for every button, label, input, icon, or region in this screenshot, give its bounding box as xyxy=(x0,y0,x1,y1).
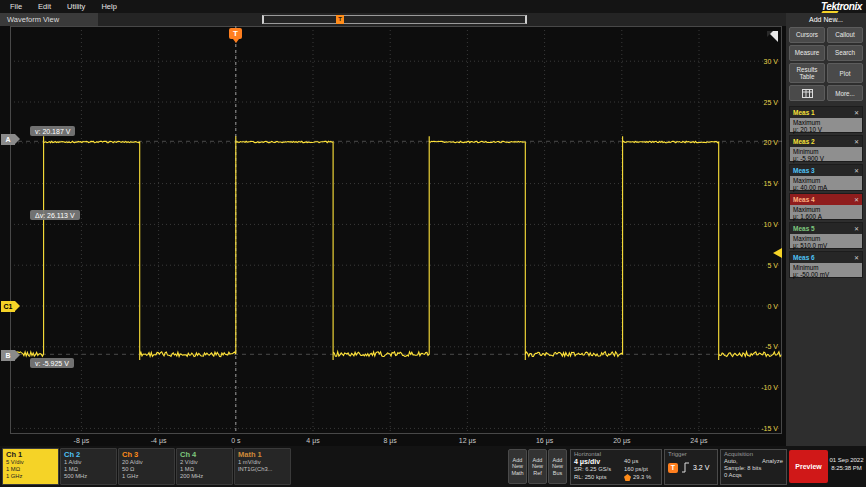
horizontal-title: Horizontal xyxy=(574,451,658,458)
meas-3-label: Meas 3 xyxy=(793,167,815,174)
trigger-position-value: 29.3 % xyxy=(624,474,658,482)
channel-4-scale: 2 V/div xyxy=(180,459,229,466)
meas-2-header: Meas 2 ✕ xyxy=(790,136,862,147)
acquisition-count: 0 Acqs xyxy=(724,472,742,479)
close-icon[interactable]: ✕ xyxy=(854,254,859,261)
acquisition-sample: Sample: 8 bits xyxy=(724,465,761,472)
acquisition-settings-panel[interactable]: Acquisition Auto, Analyze Sample: 8 bits… xyxy=(720,449,787,485)
results-table-button[interactable]: Results Table xyxy=(789,63,825,83)
meas-6-header: Meas 6 ✕ xyxy=(790,252,862,263)
meas-4-stat: Maximum xyxy=(793,206,859,213)
draw-zoom-box-icon[interactable] xyxy=(765,29,779,47)
table-icon xyxy=(802,89,813,98)
meas-6-label: Meas 6 xyxy=(793,254,815,261)
menu-edit[interactable]: Edit xyxy=(38,2,51,11)
add-new-bus-button[interactable]: Add New Bus xyxy=(548,449,567,484)
math-label: Math xyxy=(509,470,526,476)
meas-3-value: μ: 40.00 mA xyxy=(793,184,859,191)
meas-1-badge[interactable]: Meas 1 ✕ Maximum μ: 20.10 V xyxy=(789,106,863,133)
cursor-b-handle[interactable]: B xyxy=(1,350,15,361)
channel-4-name: Ch 4 xyxy=(180,450,229,459)
channel-4-impedance: 1 MΩ xyxy=(180,466,229,473)
graticule-and-trace[interactable]: -8 μs-4 μs0 s4 μs8 μs12 μs16 μs20 μs24 μ… xyxy=(10,26,782,446)
close-icon[interactable]: ✕ xyxy=(854,167,859,174)
menu-file[interactable]: File xyxy=(10,2,22,11)
sidebar-button-grid: Cursors Callout Measure Search Results T… xyxy=(789,27,863,101)
meas-4-header: Meas 4 ✕ xyxy=(790,194,862,205)
channel-3-scale: 20 A/div xyxy=(122,459,171,466)
horizontal-scale: 4 μs/div xyxy=(574,458,624,466)
channel-1-badge[interactable]: Ch 1 5 V/div 1 MΩ 1 GHz xyxy=(2,448,59,485)
trigger-level-arrow[interactable] xyxy=(773,248,782,258)
trigger-settings-panel[interactable]: Trigger T 3.2 V xyxy=(664,449,718,485)
tab-waveform-view[interactable]: Waveform View xyxy=(0,13,98,26)
svg-text:-4 μs: -4 μs xyxy=(151,437,167,445)
close-icon[interactable]: ✕ xyxy=(854,225,859,232)
svg-text:5 V: 5 V xyxy=(767,262,778,269)
preview-button[interactable]: Preview xyxy=(789,450,828,483)
svg-text:20 μs: 20 μs xyxy=(613,437,631,445)
bottom-bar: Ch 1 5 V/div 1 MΩ 1 GHz Ch 2 1 A/div 1 M… xyxy=(0,446,866,487)
more-button[interactable]: More... xyxy=(827,85,863,101)
channel-2-impedance: 1 MΩ xyxy=(64,466,113,473)
math-1-badge[interactable]: Math 1 1 mV/div INT1G(Ch3... xyxy=(234,448,291,485)
channel-1-bandwidth: 1 GHz xyxy=(6,473,55,480)
channel-3-bandwidth: 1 GHz xyxy=(122,473,171,480)
cursor-a-handle[interactable]: A xyxy=(1,134,15,145)
close-icon[interactable]: ✕ xyxy=(854,109,859,116)
svg-text:-15 V: -15 V xyxy=(761,425,778,432)
meas-6-stat: Minimum xyxy=(793,264,859,271)
trigger-values: T 3.2 V xyxy=(668,462,714,473)
channel-1-scale: 5 V/div xyxy=(6,459,55,466)
meas-6-body: Minimum μ: -50.00 mV xyxy=(790,263,862,277)
measurement-badges: Meas 1 ✕ Maximum μ: 20.10 V Meas 2 ✕ Min… xyxy=(789,106,863,278)
svg-text:8 μs: 8 μs xyxy=(384,437,398,445)
meas-3-badge[interactable]: Meas 3 ✕ Maximum μ: 40.00 mA xyxy=(789,164,863,191)
add-new-ref-button[interactable]: Add New Ref xyxy=(528,449,547,484)
channel-2-scale: 1 A/div xyxy=(64,459,113,466)
meas-5-badge[interactable]: Meas 5 ✕ Maximum μ: 510.0 mV xyxy=(789,222,863,249)
callout-button[interactable]: Callout xyxy=(827,27,863,43)
cursors-button[interactable]: Cursors xyxy=(789,27,825,43)
acquisition-analyze: Analyze xyxy=(762,458,783,465)
meas-2-stat: Minimum xyxy=(793,148,859,155)
horizontal-overview-bar[interactable]: T xyxy=(262,15,527,24)
horizontal-settings-panel[interactable]: Horizontal 4 μs/div 40 μs SR: 6.25 GS/s … xyxy=(570,449,662,485)
svg-text:20 V: 20 V xyxy=(764,139,779,146)
close-icon[interactable]: ✕ xyxy=(854,196,859,203)
add-new-menu[interactable]: Add New... xyxy=(789,16,863,23)
waveform-display[interactable]: -8 μs-4 μs0 s4 μs8 μs12 μs16 μs20 μs24 μ… xyxy=(0,26,786,446)
meas-2-badge[interactable]: Meas 2 ✕ Minimum μ: -5.900 V xyxy=(789,135,863,162)
tektronix-logo: Tektronix xyxy=(821,0,862,13)
meas-1-header: Meas 1 ✕ xyxy=(790,107,862,118)
measure-button[interactable]: Measure xyxy=(789,45,825,61)
horizontal-window: 40 μs xyxy=(624,458,658,466)
trigger-position-marker[interactable]: T xyxy=(229,28,242,39)
channel-1-impedance: 1 MΩ xyxy=(6,466,55,473)
record-length: RL: 250 kpts xyxy=(574,474,624,482)
meas-4-label: Meas 4 xyxy=(793,196,815,203)
meas-4-badge[interactable]: Meas 4 ✕ Maximum μ: 1.600 A xyxy=(789,193,863,220)
clock[interactable]: 01 Sep 2022 8:25:38 PM xyxy=(828,456,865,472)
trigger-title: Trigger xyxy=(668,451,714,458)
channel-3-badge[interactable]: Ch 3 20 A/div 50 Ω 1 GHz xyxy=(118,448,175,485)
acquisition-title: Acquisition xyxy=(724,451,783,458)
menu-help[interactable]: Help xyxy=(101,2,116,11)
math-1-source: INT1G(Ch3... xyxy=(238,466,287,473)
menu-utility[interactable]: Utility xyxy=(67,2,85,11)
right-sidebar: Add New... Cursors Callout Measure Searc… xyxy=(786,13,866,446)
overview-trigger-marker[interactable]: T xyxy=(336,15,344,24)
meas-6-badge[interactable]: Meas 6 ✕ Minimum μ: -50.00 mV xyxy=(789,251,863,278)
add-new-math-button[interactable]: Add New Math xyxy=(508,449,527,484)
close-icon[interactable]: ✕ xyxy=(854,138,859,145)
plot-button[interactable]: Plot xyxy=(827,63,863,83)
search-button[interactable]: Search xyxy=(827,45,863,61)
channel-3-impedance: 50 Ω xyxy=(122,466,171,473)
meas-3-stat: Maximum xyxy=(793,177,859,184)
channel-2-badge[interactable]: Ch 2 1 A/div 1 MΩ 500 MHz xyxy=(60,448,117,485)
table-icon-button[interactable] xyxy=(789,85,825,101)
channel-4-badge[interactable]: Ch 4 2 V/div 1 MΩ 200 MHz xyxy=(176,448,233,485)
meas-1-value: μ: 20.10 V xyxy=(793,126,859,133)
meas-5-header: Meas 5 ✕ xyxy=(790,223,862,234)
channel-1-reference-marker[interactable]: C1 xyxy=(1,301,15,312)
